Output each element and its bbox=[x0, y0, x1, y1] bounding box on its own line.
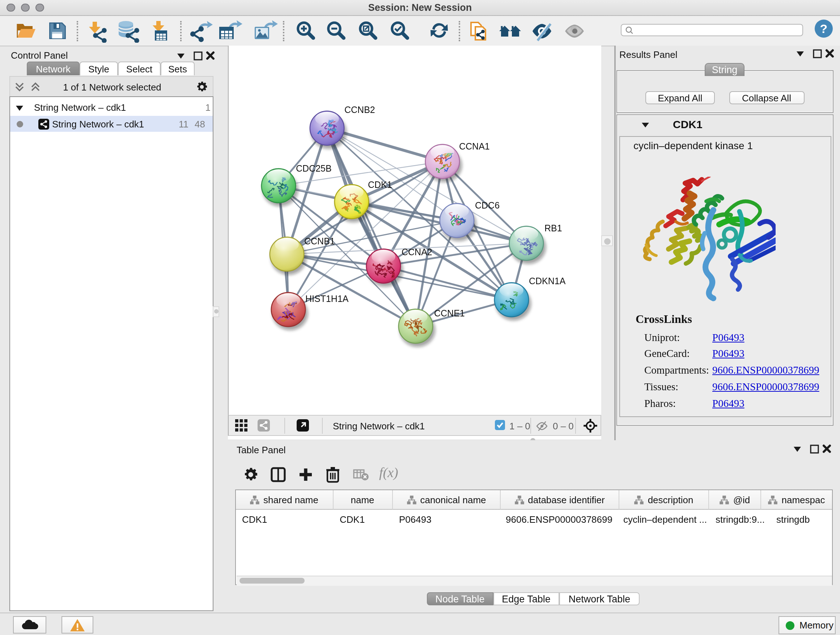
svg-text:CDKN1A: CDKN1A bbox=[529, 276, 566, 286]
svg-text:CCNB2: CCNB2 bbox=[344, 104, 375, 114]
svg-text:CCNA1: CCNA1 bbox=[459, 141, 490, 151]
svg-text:CDK1: CDK1 bbox=[368, 179, 392, 189]
svg-text:CCNA2: CCNA2 bbox=[401, 247, 432, 257]
svg-text:HIST1H1A: HIST1H1A bbox=[305, 293, 349, 303]
svg-text:CDC6: CDC6 bbox=[475, 200, 500, 210]
svg-text:CCNE1: CCNE1 bbox=[434, 308, 465, 318]
svg-text:CDC25B: CDC25B bbox=[296, 163, 332, 173]
svg-text:?: ? bbox=[820, 21, 828, 35]
svg-text:RB1: RB1 bbox=[545, 223, 562, 233]
svg-text:CCNB1: CCNB1 bbox=[304, 236, 335, 246]
